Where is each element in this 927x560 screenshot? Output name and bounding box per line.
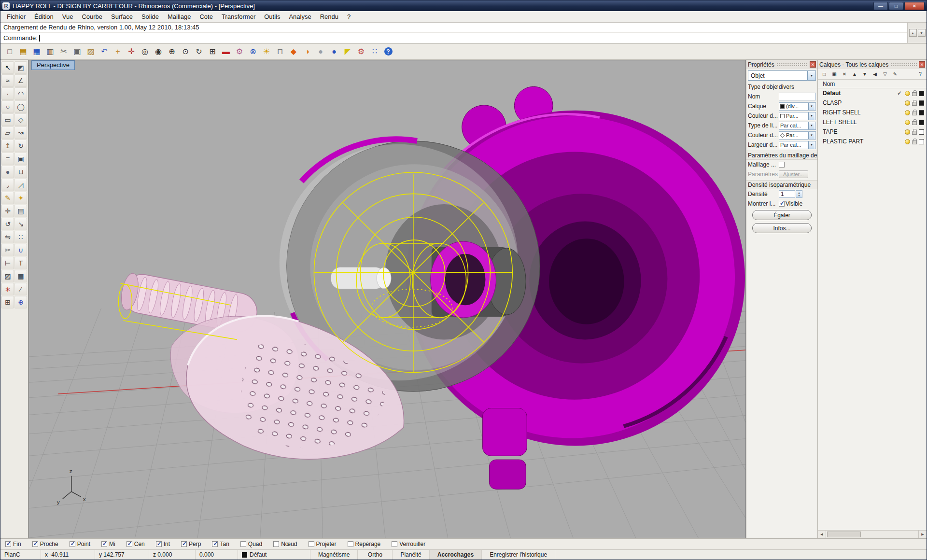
layer-color-swatch[interactable] xyxy=(919,129,924,135)
spin-down-icon[interactable]: ▼ xyxy=(798,194,801,197)
match-layer-icon[interactable]: ✎ xyxy=(891,70,899,79)
scroll-up-icon[interactable]: ▲ xyxy=(909,29,917,37)
filter-icon[interactable]: ▽ xyxy=(881,70,889,79)
layer-on-bulb-icon[interactable] xyxy=(905,129,910,135)
menu-item[interactable]: Courbe xyxy=(77,12,107,22)
menu-item[interactable]: Cote xyxy=(195,12,217,22)
copy-tool-icon[interactable]: ▤ xyxy=(14,205,27,217)
title-bar[interactable]: R HAPPY ROLL - DESIGN BY CARREFOUR - Rhi… xyxy=(0,0,927,11)
close-panel-icon[interactable]: ✕ xyxy=(919,61,925,68)
array-tool-icon[interactable]: ∷ xyxy=(14,231,27,243)
custom-mesh-checkbox[interactable] xyxy=(779,162,785,168)
osnap-checkbox[interactable]: Verrouiller xyxy=(392,541,425,547)
flag-icon[interactable]: ◤ xyxy=(341,45,354,58)
layer-on-bulb-icon[interactable] xyxy=(905,120,910,125)
layer-on-bulb-icon[interactable] xyxy=(905,110,910,115)
point-icon[interactable]: ∙ xyxy=(1,87,14,100)
ellipse-icon[interactable]: ◯ xyxy=(14,100,27,113)
layer-on-bulb-icon[interactable] xyxy=(905,139,910,144)
gizmo-icon[interactable]: ∷ xyxy=(368,45,381,58)
layer-on-bulb-icon[interactable] xyxy=(905,100,910,106)
scale-tool-icon[interactable]: ↘ xyxy=(14,218,27,230)
spark-icon[interactable]: ✦ xyxy=(14,192,27,204)
move-icon[interactable]: ✛ xyxy=(125,45,138,58)
paste-icon[interactable]: ▨ xyxy=(84,45,97,58)
CLASP[interactable]: CLASP xyxy=(818,98,927,108)
menu-item[interactable]: Solide xyxy=(137,12,163,22)
layers-panel-title[interactable]: Calques - Tous les calques ✕ xyxy=(818,60,927,69)
rotate-tool-icon[interactable]: ↺ xyxy=(1,218,14,230)
menu-item[interactable]: Maillage xyxy=(163,12,195,22)
density-input[interactable]: 1 xyxy=(779,190,795,198)
minimize-button[interactable]: — xyxy=(873,2,888,10)
circle-icon[interactable]: ○ xyxy=(1,100,14,113)
join-tool-icon[interactable]: ∪ xyxy=(14,244,27,256)
density-stepper[interactable]: ▲ ▼ xyxy=(796,190,802,198)
checkbox-icon[interactable] xyxy=(181,541,187,547)
checkbox-icon[interactable] xyxy=(156,541,162,547)
checkbox-icon[interactable] xyxy=(240,541,246,547)
hatch-icon[interactable]: ▨ xyxy=(1,270,14,282)
delete-layer-icon[interactable]: ✕ xyxy=(840,70,849,79)
osnap-checkbox[interactable]: Quad xyxy=(240,541,262,547)
chevron-down-icon[interactable]: ▼ xyxy=(808,112,815,120)
move-down-icon[interactable]: ▼ xyxy=(860,70,869,79)
viewport-canvas[interactable]: z y x xyxy=(29,60,745,538)
layer-color-swatch[interactable] xyxy=(919,139,924,144)
zoom-selected-icon[interactable]: ⊙ xyxy=(179,45,192,58)
checkbox-icon[interactable] xyxy=(273,541,279,547)
lock-icon[interactable]: ⊓ xyxy=(274,45,286,58)
layer-lock-icon[interactable] xyxy=(912,140,917,144)
osnap-checkbox[interactable]: Projeter xyxy=(309,541,337,547)
arc-icon[interactable]: ◠ xyxy=(14,87,27,100)
split-icon[interactable]: ∕ xyxy=(14,283,27,295)
cplane-cell[interactable]: PlanC xyxy=(0,550,41,560)
lamp-icon[interactable]: ☀ xyxy=(260,45,273,58)
status-pane[interactable]: Ortho xyxy=(358,550,393,560)
TAPE[interactable]: TAPE xyxy=(818,127,927,137)
name-input[interactable] xyxy=(779,93,816,100)
osnap-checkbox[interactable]: Cen xyxy=(126,541,145,547)
osnap-checkbox[interactable]: Fin xyxy=(5,541,21,547)
osnap-checkbox[interactable]: Perp xyxy=(181,541,201,547)
mirror-tool-icon[interactable]: ⇋ xyxy=(1,231,14,243)
status-pane[interactable]: Magnétisme xyxy=(310,550,358,560)
checkbox-icon[interactable] xyxy=(348,541,353,547)
print-width-select[interactable]: Par cal... ▼ xyxy=(779,141,816,149)
select-arrow-icon[interactable]: ↖ xyxy=(1,61,14,74)
print-icon[interactable]: ▥ xyxy=(44,45,56,58)
zoom-view-icon[interactable]: ⊕ xyxy=(14,296,27,308)
render-meshes-icon[interactable]: ▬ xyxy=(220,45,232,58)
boolean-icon[interactable]: ⊔ xyxy=(14,166,27,178)
polyline-icon[interactable]: ∠ xyxy=(14,74,27,87)
status-pane[interactable]: Enregistrer l'historique xyxy=(482,550,555,560)
info-button[interactable]: Infos... xyxy=(752,223,812,233)
move-up-icon[interactable]: ▲ xyxy=(850,70,859,79)
layer-color-swatch[interactable] xyxy=(919,120,924,125)
sphere-icon[interactable]: ● xyxy=(314,45,327,58)
gear-cluster-icon[interactable]: ⚙ xyxy=(355,45,367,58)
panel-drag-grip[interactable] xyxy=(776,63,808,67)
pan-hand-icon[interactable]: + xyxy=(112,45,124,58)
layer-on-bulb-icon[interactable] xyxy=(905,91,910,96)
scroll-left-icon[interactable]: ◀ xyxy=(818,531,826,538)
perspective-viewport[interactable]: Perspective xyxy=(28,60,746,538)
dimension-icon[interactable]: ⊢ xyxy=(1,257,14,269)
gears-icon[interactable]: ⚙ xyxy=(233,45,246,58)
checkbox-icon[interactable] xyxy=(309,541,314,547)
status-pane[interactable]: Accrochages xyxy=(430,550,482,560)
menu-item[interactable]: Analyse xyxy=(284,12,315,22)
move-tool-icon[interactable]: ✛ xyxy=(1,205,14,217)
globe-icon[interactable]: ● xyxy=(328,45,340,58)
zoom-dynamic-icon[interactable]: ◎ xyxy=(139,45,151,58)
layers-column-header[interactable]: Nom xyxy=(818,80,927,88)
open-file-icon[interactable]: ▤ xyxy=(17,45,29,58)
chevron-down-icon[interactable]: ▼ xyxy=(808,141,815,149)
PLASTIC PART[interactable]: PLASTIC PART xyxy=(818,137,927,146)
rotate-view-icon[interactable]: ↻ xyxy=(193,45,205,58)
menu-item[interactable]: Transformer xyxy=(217,12,260,22)
viewport-title-tab[interactable]: Perspective xyxy=(31,60,75,70)
osnap-checkbox[interactable]: Tan xyxy=(212,541,229,547)
current-layer-cell[interactable]: Défaut xyxy=(238,550,310,560)
visible-checkbox[interactable] xyxy=(779,201,785,207)
